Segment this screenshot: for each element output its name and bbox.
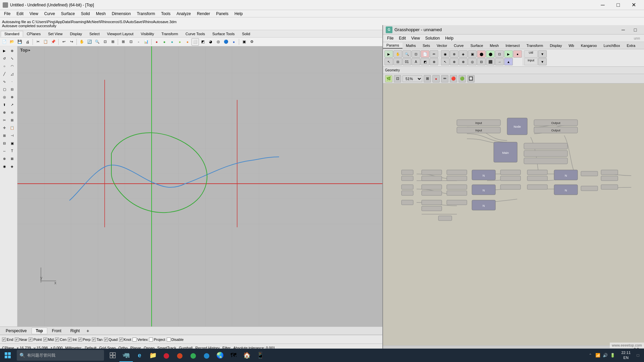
toolbar-tab-visibility[interactable]: Visibility [137,31,158,37]
lt-select[interactable]: ▶ [1,47,8,54]
menu-item-edit[interactable]: Edit [14,11,26,17]
lt-extra2[interactable]: ⊠ [8,155,16,162]
tb-open[interactable]: 📂 [8,38,16,46]
snap-knot[interactable]: Knot [119,338,131,342]
gh-comp-tab-surface[interactable]: Surface [467,43,486,48]
lt-bool-diff[interactable]: ⊖ [8,109,16,116]
gh-menu-file[interactable]: File [384,35,396,41]
gh-btn-c4[interactable]: ◎ [468,58,477,65]
tb-extra2[interactable]: 🔵 [222,38,230,46]
gh-btn-c3[interactable]: ⊗ [459,58,468,65]
taskbar-app4-icon[interactable]: ⬤ [200,349,213,362]
tb-extra1[interactable]: ◎ [215,38,222,46]
menu-item-dimension[interactable]: Dimension [109,11,133,17]
gh-menu-view[interactable]: View [409,35,423,41]
toolbar-tab-transform[interactable]: Transform [158,31,182,37]
menu-item-tools[interactable]: Tools [158,11,173,17]
lt-copy2[interactable]: 📋 [8,124,16,131]
gh-comp-tab-vector[interactable]: Vector [433,43,450,48]
snap-check-quad[interactable] [104,338,108,342]
gh-btn-c2[interactable]: ⊕ [450,58,459,65]
menu-item-transform[interactable]: Transform [134,11,158,17]
tray-notification-icon[interactable]: □ [635,352,641,359]
taskbar-search-box[interactable]: 🔍 有问题尽管问我 [17,350,104,361]
taskbar-app3-icon[interactable]: ⬤ [186,349,200,362]
gh-comp-tab-transform[interactable]: Transform [523,43,546,48]
gh-comp-tab-mesh[interactable]: Mesh [486,43,502,48]
tb-layer[interactable]: ▣ [240,38,248,46]
lt-ext[interactable]: ⬆ [1,101,8,108]
tb-pan[interactable]: ✋ [78,38,86,46]
gh-btn-ctrl2[interactable]: ⊗ [450,50,459,58]
gh-btn-extra2[interactable]: ◩ [421,58,429,65]
lt-group[interactable]: ⊟ [1,139,8,147]
menu-item-render[interactable]: Render [194,11,213,17]
taskbar-start-button[interactable] [0,349,15,362]
viewport-tab-right[interactable]: Right [66,327,84,334]
viewport-canvas[interactable]: y x [17,46,382,327]
tb-pts[interactable]: ◦ [135,38,142,46]
gh-view-btn-8[interactable]: 🔲 [467,75,475,82]
menu-item-file[interactable]: File [1,11,13,17]
tray-battery-icon[interactable]: 🔋 [609,352,616,359]
menu-item-curve[interactable]: Curve [42,11,58,17]
lt-arc[interactable]: ◠ [8,62,16,70]
gh-comp-tab-display[interactable]: Display [546,43,565,48]
gh-comp-tab-curve[interactable]: Curve [450,43,467,48]
snap-check-disable[interactable] [167,338,171,342]
gh-comp-tab-maths[interactable]: Maths [402,43,419,48]
gh-btn-ctrl8[interactable]: ▶ [504,50,513,58]
gh-btn-ctrl5[interactable]: ⬤ [477,50,486,58]
lt-pt[interactable]: · [8,78,16,85]
snap-check-tan[interactable] [92,338,96,342]
gh-btn-c5[interactable]: ⊟ [477,58,486,65]
tb-shade[interactable]: ◩ [199,38,207,46]
gh-comp-tab-extra[interactable]: Extra [623,43,639,48]
lt-extra1[interactable]: ⊕ [1,155,8,162]
lt-line[interactable]: ╱ [1,70,8,77]
toolbar-tab-surface-tools[interactable]: Surface Tools [209,31,238,37]
gh-btn-doc[interactable]: 📄 [421,50,429,58]
snap-mid[interactable]: Mid [43,338,54,342]
tb-save[interactable]: 💾 [16,38,23,46]
gh-btn-input1[interactable]: ▼ [538,58,547,65]
tray-network-icon[interactable]: 📶 [594,352,601,359]
tb-analyze[interactable]: 📊 [143,38,150,46]
lt-move[interactable]: ✛ [1,124,8,131]
lt-box[interactable]: ▢ [1,85,8,93]
menu-item-solid[interactable]: Solid [78,11,93,17]
taskbar-app1-icon[interactable]: ⬤ [160,349,173,362]
gh-canvas[interactable]: Input Input Node Output Output Main [383,83,644,345]
lt-select2[interactable]: ⊕ [8,47,16,54]
lt-extra3[interactable]: ◉ [1,163,8,170]
taskbar-app8-icon[interactable]: 📱 [254,349,267,362]
tray-chevron[interactable]: ⌃ [587,352,594,359]
gh-btn-ctrl4[interactable]: ▣ [468,50,477,58]
menu-item-analyze[interactable]: Analyze [174,11,194,17]
lt-mirror2[interactable]: ⊣ [8,132,16,139]
main-viewport[interactable]: Top ▸ [17,46,382,327]
tb-redo[interactable]: ↪ [68,38,75,46]
lt-curve[interactable]: ∿ [1,78,8,85]
tb-wire[interactable]: ⬜ [192,38,199,46]
tb-rotate[interactable]: 🔄 [86,38,93,46]
snap-cen[interactable]: Cen [55,338,66,342]
tb-green[interactable]: ● [161,38,168,46]
snap-check-int[interactable] [68,338,72,342]
viewport-tab-perspective[interactable]: Perspective [1,327,31,334]
lt-bool-union[interactable]: ⊕ [1,109,8,116]
gh-view-btn-6[interactable]: 🔴 [450,75,457,82]
gh-btn-sketchpad[interactable]: ✏ [430,50,438,58]
taskbar-app7-icon[interactable]: 🏠 [240,349,254,362]
viewport-tab-add[interactable]: + [85,327,91,334]
lt-cyl[interactable]: ⊕ [8,93,16,101]
gh-btn-ctrl6[interactable]: ⬤ [486,50,495,58]
gh-menu-edit[interactable]: Edit [396,35,409,41]
taskbar-app2-icon[interactable]: ⬤ [173,349,186,362]
lt-join[interactable]: ⊞ [8,116,16,124]
tb-copy[interactable]: 📋 [42,38,49,46]
gh-btn-ctrl9[interactable]: ● [513,50,522,58]
snap-check-end[interactable] [2,338,6,342]
lt-array[interactable]: ⊞ [1,132,8,139]
snap-vertex[interactable]: Vertex [132,338,148,342]
